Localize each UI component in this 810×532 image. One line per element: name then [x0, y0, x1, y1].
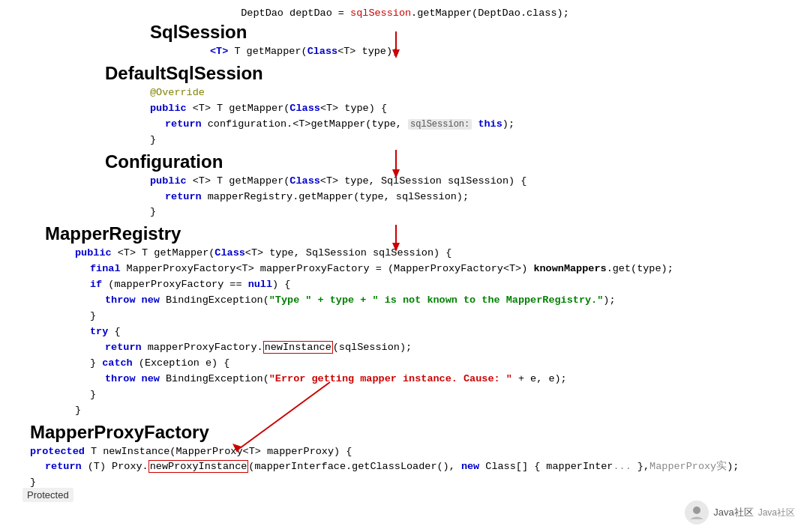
section-sqlsession: SqlSession <T> T getMapper(Class<T> type…	[15, 22, 795, 60]
heading-configuration: Configuration	[105, 151, 795, 172]
code-defaultsqlsession: @Override public <T> T getMapper(Class<T…	[150, 85, 795, 148]
section-defaultsqlsession: DefaultSqlSession @Override public <T> T…	[15, 63, 795, 148]
heading-defaultsqlsession: DefaultSqlSession	[105, 63, 795, 84]
code-mapperregistry: public <T> T getMapper(Class<T> type, Sq…	[75, 246, 795, 418]
code-configuration: public <T> T getMapper(Class<T> type, Sq…	[150, 174, 795, 221]
highlighted-newproxyinstance: newProxyInstance	[148, 460, 249, 473]
svg-point-8	[693, 507, 700, 514]
top-code-line: DeptDao deptDao = sqlSession.getMapper(D…	[15, 7, 795, 19]
heading-mapperproxyfactory: MapperProxyFactory	[30, 422, 795, 443]
code-sqlsession: <T> T getMapper(Class<T> type);	[210, 44, 795, 60]
top-code-text: DeptDao deptDao = sqlSession.getMapper(D…	[241, 7, 568, 19]
heading-mapperregistry: MapperRegistry	[45, 223, 795, 244]
section-configuration: Configuration public <T> T getMapper(Cla…	[15, 151, 795, 221]
watermark: Java社区 Java社区	[685, 501, 795, 525]
watermark-extra: Java社区	[758, 507, 795, 519]
avatar-icon	[688, 504, 705, 521]
override-annotation: @Override	[150, 87, 205, 98]
protected-label: Protected	[22, 488, 74, 502]
section-mapperproxyfactory: MapperProxyFactory protected T newInstan…	[15, 422, 795, 492]
generic-t: <T>	[210, 46, 228, 57]
highlighted-newinstance: newInstance	[263, 341, 333, 354]
watermark-avatar	[685, 501, 709, 525]
param-hint-sqlsession: sqlSession:	[408, 119, 472, 130]
code-mapperproxyfactory: protected T newInstance(MapperProxy<T> m…	[30, 444, 795, 492]
page-container: DeptDao deptDao = sqlSession.getMapper(D…	[0, 0, 810, 532]
section-mapperregistry: MapperRegistry public <T> T getMapper(Cl…	[15, 223, 795, 418]
heading-sqlsession: SqlSession	[150, 22, 795, 43]
watermark-text: Java社区	[713, 506, 753, 519]
